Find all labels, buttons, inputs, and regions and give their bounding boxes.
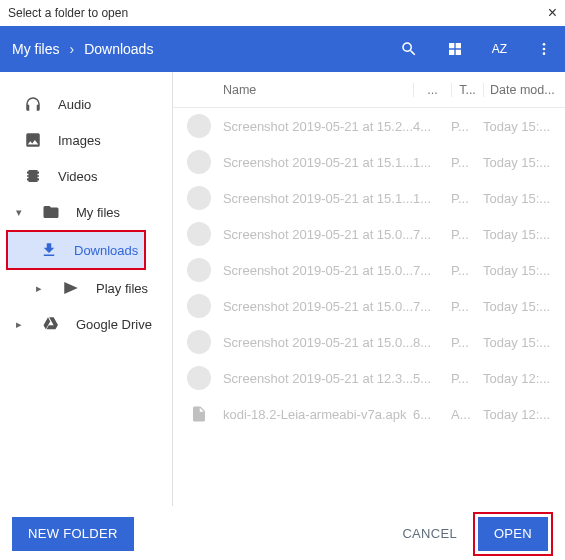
svg-point-1 — [543, 48, 546, 51]
sidebar-item-label: Videos — [58, 169, 98, 184]
cell-size: 7... — [413, 227, 451, 242]
cell-name: Screenshot 2019-05-21 at 12.3... — [223, 371, 413, 386]
sidebar-item-videos[interactable]: Videos — [0, 158, 172, 194]
thumbnail-icon — [187, 294, 211, 318]
folder-icon — [42, 203, 60, 221]
cell-date: Today 15:... — [483, 227, 557, 242]
more-vert-icon[interactable] — [535, 40, 553, 58]
grid-view-icon[interactable] — [446, 40, 464, 58]
cell-type: P... — [451, 263, 483, 278]
cell-type: P... — [451, 191, 483, 206]
sidebar-item-playfiles[interactable]: ▸ Play files — [0, 270, 172, 306]
file-row[interactable]: Screenshot 2019-05-21 at 15.0...7...P...… — [173, 288, 565, 324]
file-row[interactable]: Screenshot 2019-05-21 at 15.1...1...P...… — [173, 180, 565, 216]
cell-size: 6... — [413, 407, 451, 422]
cell-size: 5... — [413, 371, 451, 386]
cell-date: Today 15:... — [483, 155, 557, 170]
svg-point-2 — [543, 52, 546, 55]
cell-size: 1... — [413, 191, 451, 206]
sidebar-item-label: Downloads — [74, 243, 138, 258]
sidebar-item-label: Images — [58, 133, 101, 148]
file-row[interactable]: Screenshot 2019-05-21 at 15.1...1...P...… — [173, 144, 565, 180]
breadcrumb: My files › Downloads — [12, 41, 400, 57]
cell-date: Today 15:... — [483, 299, 557, 314]
thumbnail-icon — [187, 330, 211, 354]
cell-date: Today 12:... — [483, 407, 557, 422]
headphones-icon — [24, 95, 42, 113]
col-type[interactable]: T... — [451, 83, 483, 97]
cell-date: Today 15:... — [483, 119, 557, 134]
cell-type: P... — [451, 371, 483, 386]
cell-type: A... — [451, 407, 483, 422]
sidebar-item-myfiles[interactable]: ▾ My files — [0, 194, 172, 230]
cell-name: Screenshot 2019-05-21 at 15.1... — [223, 155, 413, 170]
thumbnail-icon — [187, 186, 211, 210]
cell-name: kodi-18.2-Leia-armeabi-v7a.apk — [223, 407, 413, 422]
cell-type: P... — [451, 155, 483, 170]
video-icon — [24, 167, 42, 185]
col-name[interactable]: Name — [187, 83, 413, 97]
file-row[interactable]: Screenshot 2019-05-21 at 15.0...8...P...… — [173, 324, 565, 360]
thumbnail-icon — [187, 114, 211, 138]
file-row[interactable]: Screenshot 2019-05-21 at 15.0...7...P...… — [173, 216, 565, 252]
image-icon — [24, 131, 42, 149]
cell-type: P... — [451, 335, 483, 350]
sidebar-item-label: My files — [76, 205, 120, 220]
file-row[interactable]: Screenshot 2019-05-21 at 15.2...4...P...… — [173, 108, 565, 144]
file-icon — [187, 402, 211, 426]
svg-point-0 — [543, 43, 546, 46]
cell-name: Screenshot 2019-05-21 at 15.0... — [223, 299, 413, 314]
cell-size: 1... — [413, 155, 451, 170]
cell-name: Screenshot 2019-05-21 at 15.0... — [223, 335, 413, 350]
sort-button[interactable]: AZ — [492, 42, 507, 56]
file-row[interactable]: Screenshot 2019-05-21 at 12.3...5...P...… — [173, 360, 565, 396]
thumbnail-icon — [187, 222, 211, 246]
file-row[interactable]: kodi-18.2-Leia-armeabi-v7a.apk6...A...To… — [173, 396, 565, 432]
sidebar-item-images[interactable]: Images — [0, 122, 172, 158]
col-date[interactable]: Date mod... — [483, 83, 557, 97]
download-icon — [40, 241, 58, 259]
cell-name: Screenshot 2019-05-21 at 15.1... — [223, 191, 413, 206]
cell-size: 4... — [413, 119, 451, 134]
cell-size: 7... — [413, 263, 451, 278]
cell-date: Today 15:... — [483, 263, 557, 278]
sidebar-item-label: Audio — [58, 97, 91, 112]
column-headers: Name ... T... Date mod... — [173, 72, 565, 108]
open-button[interactable]: OPEN — [478, 517, 548, 551]
new-folder-button[interactable]: NEW FOLDER — [12, 517, 134, 551]
cell-name: Screenshot 2019-05-21 at 15.2... — [223, 119, 413, 134]
cell-type: P... — [451, 299, 483, 314]
dialog-title: Select a folder to open — [8, 6, 128, 20]
file-row[interactable]: Screenshot 2019-05-21 at 15.0...7...P...… — [173, 252, 565, 288]
close-icon[interactable]: × — [548, 4, 557, 22]
search-icon[interactable] — [400, 40, 418, 58]
cell-name: Screenshot 2019-05-21 at 15.0... — [223, 227, 413, 242]
chevron-down-icon[interactable]: ▾ — [12, 206, 26, 219]
chevron-right-icon[interactable]: ▸ — [32, 282, 46, 295]
chevron-right-icon: › — [69, 41, 74, 57]
cell-date: Today 15:... — [483, 335, 557, 350]
drive-icon — [42, 315, 60, 333]
sidebar-item-label: Play files — [96, 281, 148, 296]
thumbnail-icon — [187, 150, 211, 174]
cell-date: Today 12:... — [483, 371, 557, 386]
sidebar-item-gdrive[interactable]: ▸ Google Drive — [0, 306, 172, 342]
chevron-right-icon[interactable]: ▸ — [12, 318, 26, 331]
thumbnail-icon — [187, 258, 211, 282]
sidebar-item-audio[interactable]: Audio — [0, 86, 172, 122]
cancel-button[interactable]: CANCEL — [386, 517, 473, 551]
cell-type: P... — [451, 227, 483, 242]
breadcrumb-current[interactable]: Downloads — [84, 41, 153, 57]
thumbnail-icon — [187, 366, 211, 390]
col-size[interactable]: ... — [413, 83, 451, 97]
cell-type: P... — [451, 119, 483, 134]
cell-size: 8... — [413, 335, 451, 350]
cell-date: Today 15:... — [483, 191, 557, 206]
play-icon — [62, 279, 80, 297]
sidebar-item-downloads[interactable]: Downloads — [8, 232, 144, 268]
breadcrumb-root[interactable]: My files — [12, 41, 59, 57]
sidebar-item-label: Google Drive — [76, 317, 152, 332]
cell-name: Screenshot 2019-05-21 at 15.0... — [223, 263, 413, 278]
cell-size: 7... — [413, 299, 451, 314]
